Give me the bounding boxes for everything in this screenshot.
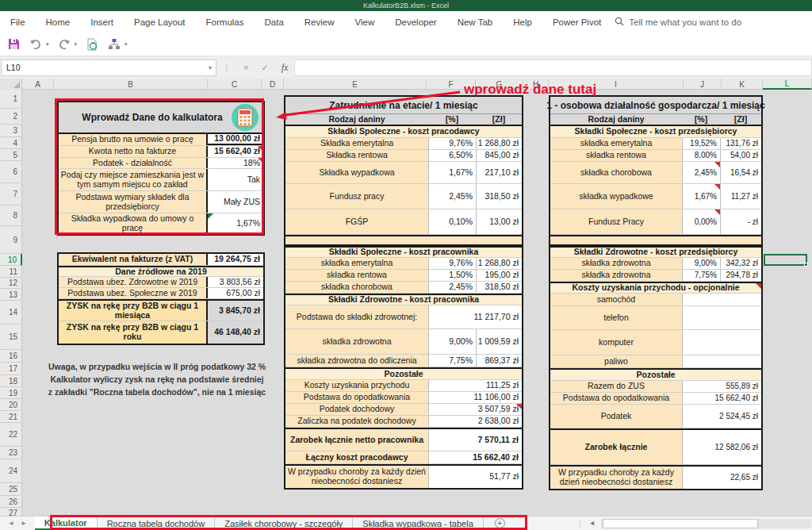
- percent-cell[interactable]: 9,76%: [428, 138, 476, 149]
- select-all-corner[interactable]: [0, 79, 22, 90]
- scroll-left-icon[interactable]: ◄: [584, 520, 601, 527]
- ribbon-tab-page-layout[interactable]: Page Layout: [124, 11, 196, 33]
- row-label[interactable]: Podstawa do opodatkowania: [285, 392, 428, 403]
- column-header-k[interactable]: K: [722, 79, 763, 90]
- row-label[interactable]: Składka wypadkowa: [285, 162, 428, 183]
- row-label[interactable]: składka zdrowotna: [550, 270, 682, 281]
- percent-cell[interactable]: 7,75%: [682, 270, 720, 281]
- amount-cell[interactable]: 22,65 zł: [682, 467, 761, 489]
- enter-icon[interactable]: ✓: [255, 63, 274, 73]
- row-header-1[interactable]: 1: [0, 90, 22, 109]
- redo-icon[interactable]: [57, 37, 71, 52]
- input-value[interactable]: Tak: [206, 169, 263, 190]
- row-header-27[interactable]: 27: [0, 508, 22, 516]
- tab-nav-right-icon[interactable]: ►: [21, 520, 27, 527]
- amount-cell[interactable]: 7 570,11 zł: [428, 429, 522, 451]
- row-header-10[interactable]: 10: [0, 254, 22, 266]
- amount-cell[interactable]: 12 582,06 zł: [682, 430, 761, 464]
- percent-cell[interactable]: 8,00%: [682, 150, 720, 161]
- row-label[interactable]: paliwo: [550, 355, 682, 367]
- summary-label[interactable]: ZYSK na rękę przy B2B w ciągu 1 roku: [59, 321, 206, 344]
- row-label[interactable]: Zaliczka na podatek dochodowy: [285, 416, 428, 427]
- row-header-23[interactable]: 23: [0, 447, 22, 459]
- row-header-14[interactable]: 14: [0, 301, 22, 325]
- percent-cell[interactable]: 2,45%: [428, 282, 476, 293]
- percent-cell[interactable]: 0,10%: [428, 209, 476, 234]
- summary-label[interactable]: Ekwiwalent na fakturze (z VAT): [59, 254, 206, 265]
- row-label[interactable]: komputer: [550, 330, 682, 355]
- summary-value[interactable]: 3 803,56 zł: [206, 277, 263, 287]
- empty-row[interactable]: [550, 236, 761, 244]
- column-header-c[interactable]: C: [208, 79, 262, 90]
- row-label[interactable]: Podatek dochodowy: [285, 404, 428, 415]
- selected-cell[interactable]: [764, 254, 807, 266]
- tell-me-search[interactable]: Tell me what you want to do: [615, 17, 741, 28]
- row-label[interactable]: Zarobek łącznie: [550, 430, 682, 464]
- input-value[interactable]: 13 000,00 zł: [206, 134, 263, 145]
- amount-cell[interactable]: - zł: [720, 209, 761, 234]
- amount-cell[interactable]: 294,78 zł: [720, 270, 761, 281]
- row-header-6[interactable]: 6: [0, 161, 22, 183]
- summary-value[interactable]: 46 148,40 zł: [206, 321, 263, 344]
- column-header-f[interactable]: F: [427, 79, 476, 90]
- ribbon-tab-file[interactable]: File: [0, 11, 36, 33]
- amount-cell[interactable]: 13,00 zł: [476, 209, 522, 234]
- hierarchy-icon[interactable]: [107, 37, 121, 52]
- percent-cell[interactable]: 6,50%: [428, 150, 476, 161]
- amount-cell[interactable]: 1 268,80 zł: [476, 138, 522, 149]
- row-label[interactable]: Razem do ZUS: [550, 381, 682, 392]
- amount-cell[interactable]: 51,77 zł: [428, 466, 522, 488]
- worksheet-grid[interactable]: 1234567891011121314151617181920212223242…: [0, 90, 812, 516]
- amount-cell[interactable]: 11 217,70 zł: [428, 305, 522, 328]
- column-header-h[interactable]: H: [523, 79, 549, 90]
- row-header-9[interactable]: 9: [0, 226, 22, 254]
- sheet-tab-zasiłek-chorobowy-szczegóły[interactable]: Zasiłek chorobowy - szczegóły: [215, 517, 353, 530]
- sheet-tab-składka-wypadkowa-tabela[interactable]: Składka wypadkowa - tabela: [353, 517, 483, 530]
- input-value[interactable]: Mały ZUS: [206, 191, 263, 213]
- amount-cell[interactable]: 2 524,45 zł: [682, 405, 761, 428]
- amount-cell[interactable]: 869,37 zł: [476, 355, 522, 367]
- row-label[interactable]: telefon: [550, 306, 682, 329]
- amount-cell[interactable]: 11 106,00 zł: [428, 392, 522, 403]
- column-header-b[interactable]: B: [54, 79, 208, 90]
- amount-cell[interactable]: 217,10 zł: [476, 162, 522, 183]
- row-header-22[interactable]: 22: [0, 423, 22, 447]
- tab-nav-left-icon[interactable]: ◄: [8, 520, 14, 527]
- row-header-16[interactable]: 16: [0, 350, 22, 363]
- percent-cell[interactable]: 1,67%: [428, 162, 476, 183]
- name-box[interactable]: L10 ▾: [1, 60, 216, 76]
- row-header-18[interactable]: 18: [0, 375, 22, 387]
- sheet-tab-roczna-tabela-dochodów[interactable]: Roczna tabela dochodów: [98, 517, 216, 530]
- input-label[interactable]: Podatek - działalność: [59, 158, 206, 168]
- input-value[interactable]: 18%: [206, 158, 263, 168]
- amount-cell[interactable]: 555,89 zł: [682, 381, 761, 392]
- empty-row[interactable]: [285, 236, 522, 244]
- percent-cell[interactable]: 9,00%: [682, 258, 720, 269]
- row-header-21[interactable]: 21: [0, 411, 22, 423]
- ribbon-tab-view[interactable]: View: [345, 11, 385, 33]
- summary-label[interactable]: ZYSK na rękę przy B2B w ciągu 1 miesiąca: [59, 301, 206, 321]
- row-label[interactable]: składka zdrowotna: [285, 329, 428, 354]
- column-header-l[interactable]: L: [763, 79, 812, 90]
- input-label[interactable]: Podstawa wymiary składek dla przedsiębio…: [59, 191, 206, 213]
- percent-cell[interactable]: 9,76%: [428, 258, 476, 269]
- row-label[interactable]: Koszty uzyskania przychodu: [285, 380, 428, 391]
- amount-cell[interactable]: [682, 294, 761, 305]
- document-refresh-icon[interactable]: [85, 37, 99, 52]
- column-header-d[interactable]: D: [262, 79, 284, 90]
- row-header-4[interactable]: 4: [0, 137, 22, 149]
- row-label[interactable]: składka rentowa: [285, 270, 428, 281]
- new-sheet-icon[interactable]: +: [495, 518, 505, 528]
- row-header-26[interactable]: 26: [0, 496, 22, 508]
- summary-value[interactable]: 3 845,70 zł: [206, 301, 263, 321]
- column-header-j[interactable]: J: [684, 79, 722, 90]
- input-label[interactable]: Składka wypadkowa do umowy o pracę: [59, 213, 206, 234]
- row-header-2[interactable]: 2: [0, 109, 22, 125]
- row-label[interactable]: Składka emerytalna: [285, 138, 428, 149]
- row-label[interactable]: FGŚP: [285, 209, 428, 234]
- scrollbar-thumb[interactable]: [603, 519, 758, 528]
- sheet-tab-kalkulator[interactable]: Kalkulator: [35, 517, 98, 530]
- amount-cell[interactable]: 1 268,80 zł: [476, 258, 522, 269]
- amount-cell[interactable]: 11,27 zł: [720, 184, 761, 209]
- row-label[interactable]: składka zdrowotna: [550, 258, 682, 269]
